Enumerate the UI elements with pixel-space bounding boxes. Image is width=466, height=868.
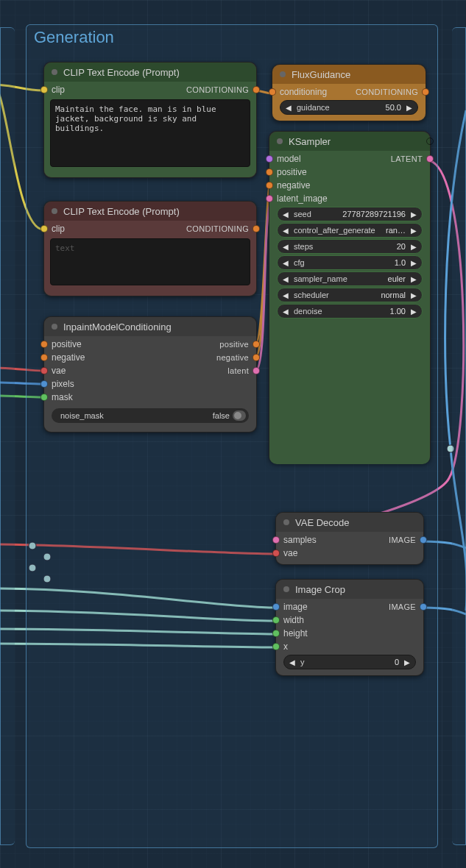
port-model-in[interactable] (266, 155, 273, 163)
node-ksampler[interactable]: KSampler model LATENT positive negative … (269, 131, 431, 463)
node-header[interactable]: KSampler (269, 132, 430, 151)
guidance-widget[interactable]: ◀ guidance 50.0 ▶ (280, 100, 418, 115)
node-header[interactable]: InpaintModelConditioning (44, 317, 256, 336)
prompt-textarea[interactable]: text (50, 238, 250, 285)
port-conditioning-out[interactable] (253, 225, 260, 232)
port-positive-in[interactable] (266, 168, 273, 176)
port-image-in[interactable] (272, 603, 280, 611)
group-title[interactable]: Generation (34, 28, 114, 47)
arrow-right-icon[interactable]: ▶ (409, 259, 419, 267)
port-clip-in[interactable] (40, 225, 48, 232)
arrow-right-icon[interactable]: ▶ (402, 658, 412, 666)
port-label: positive (277, 167, 307, 177)
widget-value: 1.00 (387, 307, 409, 316)
widget-value: 27787289721196 (339, 210, 409, 218)
port-samples-in[interactable] (272, 536, 280, 544)
port-conditioning-out[interactable] (253, 86, 260, 93)
port-negative-in[interactable] (266, 182, 273, 189)
node-image-crop[interactable]: Image Crop image IMAGE width height x ◀ … (275, 579, 424, 676)
cfg-widget[interactable]: ◀ cfg 1.0 ▶ (277, 255, 423, 270)
port-vae-in[interactable] (40, 367, 48, 374)
arrow-right-icon[interactable]: ▶ (409, 227, 419, 235)
arrow-right-icon[interactable]: ▶ (409, 275, 419, 283)
port-pixels-in[interactable] (40, 380, 48, 388)
port-label: clip (52, 224, 65, 234)
port-conditioning-in[interactable] (269, 88, 276, 96)
collapse-dot-icon[interactable] (52, 208, 57, 214)
port-negative-in[interactable] (40, 354, 48, 361)
port-clip-in[interactable] (40, 86, 48, 93)
prompt-textarea[interactable]: Maintain the face. man is in blue jacket… (50, 99, 250, 167)
arrow-left-icon[interactable]: ◀ (283, 104, 294, 112)
node-title: KSampler (289, 136, 331, 147)
node-title: CLIP Text Encode (Prompt) (63, 206, 180, 217)
seed-widget[interactable]: ◀ seed 27787289721196 ▶ (277, 207, 423, 221)
node-clip-text-encode-positive[interactable]: CLIP Text Encode (Prompt) clip CONDITION… (43, 62, 257, 178)
node-inpaint-model-conditioning[interactable]: InpaintModelConditioning positive positi… (43, 316, 257, 433)
arrow-left-icon[interactable]: ◀ (280, 259, 291, 267)
port-header-out[interactable] (426, 138, 434, 145)
port-label: positive (219, 340, 249, 349)
sampler-name-widget[interactable]: ◀ sampler_name euler ▶ (277, 271, 423, 286)
port-mask-in[interactable] (40, 394, 48, 401)
node-header[interactable]: VAE Decode (276, 513, 423, 532)
port-latent-out[interactable] (426, 155, 434, 163)
y-widget[interactable]: ◀ y 0 ▶ (283, 655, 416, 669)
widget-value: 50.0 (383, 103, 404, 112)
collapse-dot-icon[interactable] (277, 138, 283, 144)
arrow-left-icon[interactable]: ◀ (280, 227, 291, 235)
noise-mask-toggle[interactable]: noise_mask false (52, 408, 249, 423)
node-header[interactable]: CLIP Text Encode (Prompt) (44, 202, 256, 221)
port-label: latent_image (277, 193, 328, 204)
port-latent-image-in[interactable] (266, 195, 273, 202)
scheduler-widget[interactable]: ◀ scheduler normal ▶ (277, 288, 423, 302)
port-label: positive (52, 339, 82, 349)
arrow-left-icon[interactable]: ◀ (280, 275, 291, 283)
denoise-widget[interactable]: ◀ denoise 1.00 ▶ (277, 304, 423, 319)
control-after-generate-widget[interactable]: ◀ control_after_generate ran… ▶ (277, 223, 423, 238)
arrow-right-icon[interactable]: ▶ (409, 291, 419, 299)
port-negative-out[interactable] (253, 354, 260, 361)
arrow-right-icon[interactable]: ▶ (409, 307, 419, 316)
port-label: LATENT (391, 154, 423, 163)
collapse-dot-icon[interactable] (52, 69, 57, 75)
arrow-left-icon[interactable]: ◀ (280, 210, 291, 218)
collapse-dot-icon[interactable] (283, 519, 289, 525)
arrow-right-icon[interactable]: ▶ (404, 104, 414, 112)
toggle-label: noise_mask (60, 411, 104, 420)
port-image-out[interactable] (420, 603, 427, 611)
arrow-left-icon[interactable]: ◀ (280, 307, 291, 316)
widget-label: denoise (291, 307, 325, 316)
collapse-dot-icon[interactable] (283, 586, 289, 592)
node-clip-text-encode-negative[interactable]: CLIP Text Encode (Prompt) clip CONDITION… (43, 201, 257, 296)
port-height-in[interactable] (272, 630, 280, 637)
collapse-dot-icon[interactable] (52, 324, 57, 330)
node-flux-guidance[interactable]: FluxGuidance conditioning CONDITIONING ◀… (272, 64, 426, 121)
port-latent-out[interactable] (253, 367, 260, 374)
port-image-out[interactable] (420, 536, 427, 544)
node-header[interactable]: Image Crop (276, 580, 423, 599)
port-width-in[interactable] (272, 616, 280, 624)
node-header[interactable]: FluxGuidance (272, 65, 426, 84)
widget-value: 20 (394, 242, 409, 251)
port-positive-out[interactable] (253, 341, 260, 348)
collapse-dot-icon[interactable] (280, 71, 286, 77)
port-positive-in[interactable] (40, 341, 48, 348)
arrow-right-icon[interactable]: ▶ (409, 210, 419, 218)
arrow-left-icon[interactable]: ◀ (280, 291, 291, 299)
arrow-left-icon[interactable]: ◀ (280, 243, 291, 251)
node-vae-decode[interactable]: VAE Decode samples IMAGE vae (275, 512, 424, 565)
arrow-right-icon[interactable]: ▶ (409, 243, 419, 251)
port-label: x (283, 641, 288, 652)
port-x-in[interactable] (272, 643, 280, 650)
port-vae-in[interactable] (272, 549, 280, 557)
group-frame-right (452, 27, 466, 845)
port-conditioning-out[interactable] (422, 88, 429, 96)
node-header[interactable]: CLIP Text Encode (Prompt) (44, 63, 256, 82)
port-label: width (283, 615, 304, 625)
port-label: clip (52, 85, 65, 95)
widget-label: guidance (294, 103, 333, 112)
toggle-knob-icon[interactable] (233, 410, 246, 421)
steps-widget[interactable]: ◀ steps 20 ▶ (277, 239, 423, 254)
arrow-left-icon[interactable]: ◀ (287, 658, 297, 666)
